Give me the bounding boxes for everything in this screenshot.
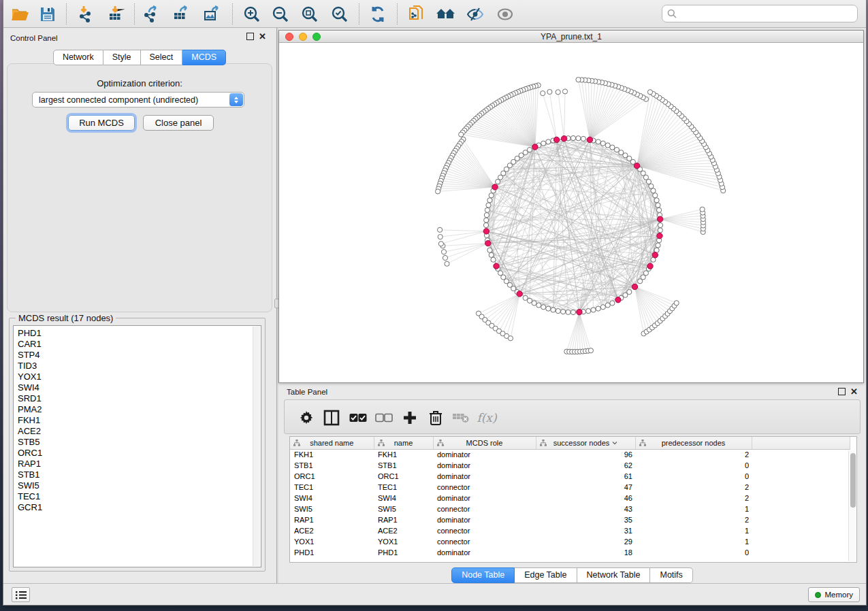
network-node[interactable] [647,90,652,95]
network-node[interactable] [653,193,658,198]
network-overview-button[interactable] [434,4,457,24]
network-hub-node[interactable] [658,216,663,222]
cell[interactable]: 2 [635,493,752,503]
table-row[interactable]: YOX1YOX1connector291 [290,536,850,547]
close-panel-icon[interactable]: ✕ [259,33,266,40]
network-node[interactable] [547,89,552,94]
cell[interactable]: dominator [433,514,536,525]
cell[interactable]: RAP1 [290,514,374,525]
add-column-button[interactable] [399,407,421,429]
cell[interactable]: SWI5 [374,503,433,514]
deselect-all-button[interactable] [373,407,395,429]
network-node[interactable] [541,141,546,146]
delete-table-button[interactable] [450,407,472,429]
network-node[interactable] [532,301,536,306]
network-node[interactable] [441,250,446,254]
cell[interactable]: 47 [536,482,635,493]
network-hub-node[interactable] [577,310,582,315]
mcds-result-item[interactable]: ACE2 [18,426,261,437]
table-row[interactable]: FKH1FKH1dominator962 [290,449,850,460]
network-canvas[interactable] [279,43,863,382]
network-hub-node[interactable] [634,163,639,169]
cell[interactable]: 1 [635,503,752,514]
network-node[interactable] [658,228,662,233]
network-node[interactable] [656,203,660,208]
table-row[interactable]: SWI4SWI4dominator462 [290,493,850,503]
network-hub-node[interactable] [652,252,658,258]
cell[interactable]: connector [433,536,536,547]
network-node[interactable] [491,257,496,262]
column-header-successor-nodes[interactable]: successor nodes [536,437,635,449]
cell[interactable]: 43 [536,503,635,514]
tab-network[interactable]: Network [53,50,103,65]
network-node[interactable] [627,290,632,295]
close-panel-icon[interactable]: ✕ [850,388,858,395]
network-hub-node[interactable] [553,137,559,142]
cell[interactable]: ACE2 [374,525,433,536]
network-node[interactable] [489,193,494,198]
network-node[interactable] [605,303,610,308]
network-hub-node[interactable] [485,240,491,246]
network-graph[interactable] [279,43,863,382]
zoom-selected-button[interactable] [328,4,351,24]
table-row[interactable]: ACE2ACE2connector311 [290,525,850,536]
optimization-criterion-select[interactable]: largest connected component (undirected) [32,92,244,108]
network-node[interactable] [443,255,447,260]
mcds-result-item[interactable]: SWI4 [18,382,261,393]
network-node[interactable] [436,189,440,194]
mcds-result-item[interactable]: SWI5 [18,480,261,491]
cell[interactable]: dominator [433,547,536,558]
cell[interactable]: 0 [635,460,752,471]
cell[interactable]: 35 [536,514,635,525]
open-file-button[interactable] [9,4,32,24]
column-header-MCDS-role[interactable]: MCDS role [433,437,536,449]
network-node[interactable] [654,198,659,203]
column-header-name[interactable]: name [374,437,433,449]
tab-style[interactable]: Style [103,50,141,65]
cell[interactable]: YOX1 [374,536,433,547]
table-scrollbar-thumb[interactable] [850,453,856,508]
cell[interactable]: YOX1 [290,536,374,547]
network-hub-node[interactable] [517,291,522,297]
network-node[interactable] [600,305,605,310]
network-node[interactable] [674,301,679,306]
network-node[interactable] [610,301,615,306]
cell[interactable]: connector [433,525,536,536]
mcds-result-item[interactable]: PHD1 [18,328,261,339]
network-hub-node[interactable] [561,136,566,142]
mcds-result-item[interactable]: STB1 [18,469,261,480]
cell[interactable]: ORC1 [374,471,433,482]
network-node[interactable] [546,306,551,311]
mcds-result-item[interactable]: TEC1 [18,491,261,502]
network-node[interactable] [591,308,596,312]
table-row[interactable]: RAP1RAP1dominator352 [290,514,850,525]
network-node[interactable] [576,78,581,82]
select-all-button[interactable] [347,407,369,429]
show-graphics-details-button[interactable] [494,4,517,24]
network-node[interactable] [658,222,662,227]
mcds-result-item[interactable]: TID3 [18,361,261,371]
cell[interactable]: dominator [433,449,536,460]
tab-network-table[interactable]: Network Table [577,567,651,583]
cell[interactable]: STB1 [290,460,374,471]
tab-node-table[interactable]: Node Table [451,567,515,583]
network-node[interactable] [438,235,443,240]
network-node[interactable] [596,306,600,311]
network-node[interactable] [570,135,575,140]
zoom-fit-button[interactable] [298,4,321,24]
refresh-button[interactable] [366,4,389,24]
cell[interactable]: connector [433,482,536,493]
search-input[interactable] [680,9,857,18]
cell[interactable]: 2 [635,482,752,493]
cell[interactable]: dominator [433,460,536,471]
toolbar-search[interactable] [662,5,858,22]
network-hub-node[interactable] [492,184,498,190]
network-node[interactable] [576,136,581,141]
network-node[interactable] [588,348,593,353]
import-table-button[interactable] [104,4,127,24]
run-mcds-button[interactable]: Run MCDS [68,115,135,131]
network-node[interactable] [508,336,513,341]
column-header-predecessor-nodes[interactable]: predecessor nodes [635,437,752,449]
clone-network-button[interactable] [404,4,428,24]
export-image-button[interactable] [200,4,223,24]
